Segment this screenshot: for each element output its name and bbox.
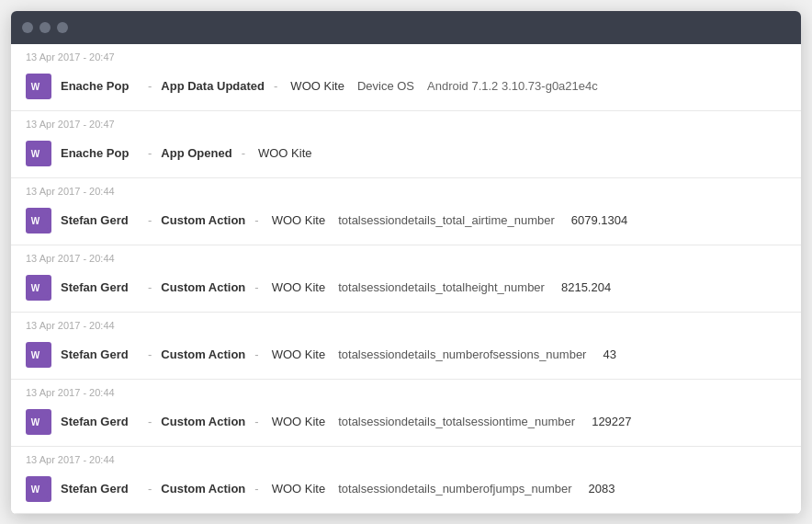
event-timestamp: 13 Apr 2017 - 20:44 xyxy=(11,447,801,469)
event-list: 13 Apr 2017 - 20:47 W Enache Pop-App Dat… xyxy=(11,44,801,514)
event-action: Custom Action xyxy=(161,347,245,361)
event-group: 13 Apr 2017 - 20:44 W Stefan Gerd-Custom… xyxy=(11,178,801,245)
event-timestamp: 13 Apr 2017 - 20:44 xyxy=(11,380,801,402)
woo-icon: W xyxy=(26,74,51,99)
svg-text:W: W xyxy=(31,417,40,427)
separator-1: - xyxy=(148,280,152,294)
event-value: 8215.204 xyxy=(561,280,611,294)
main-window: 13 Apr 2017 - 20:47 W Enache Pop-App Dat… xyxy=(11,11,801,514)
event-action: App Data Updated xyxy=(161,79,265,93)
event-timestamp: 13 Apr 2017 - 20:44 xyxy=(11,245,801,268)
event-app: WOO Kite xyxy=(272,213,326,227)
separator-2: - xyxy=(254,213,258,227)
event-timestamp: 13 Apr 2017 - 20:47 xyxy=(11,44,801,66)
titlebar-dot-2 xyxy=(39,22,51,33)
event-timestamp: 13 Apr 2017 - 20:47 xyxy=(11,111,801,133)
table-row: W Stefan Gerd-Custom Action-WOO Kitetota… xyxy=(11,469,801,513)
event-timestamp: 13 Apr 2017 - 20:44 xyxy=(11,313,801,335)
event-app: WOO Kite xyxy=(290,79,344,93)
table-row: W Stefan Gerd-Custom Action-WOO Kitetota… xyxy=(11,268,801,312)
table-row: W Enache Pop-App Data Updated-WOO KiteDe… xyxy=(11,66,801,110)
svg-text:W: W xyxy=(31,283,40,293)
event-value: 43 xyxy=(603,347,615,361)
event-user: Stefan Gerd xyxy=(61,347,139,361)
woo-icon: W xyxy=(26,409,51,435)
woo-icon: W xyxy=(26,342,51,368)
event-detail: totalsessiondetails_numberofsessions_num… xyxy=(338,347,586,361)
separator-2: - xyxy=(254,347,258,361)
event-app: WOO Kite xyxy=(272,482,326,496)
event-detail: totalsessiondetails_total_airtime_number xyxy=(338,213,555,227)
event-group: 13 Apr 2017 - 20:44 W Stefan Gerd-Custom… xyxy=(11,245,801,313)
woo-icon: W xyxy=(26,141,51,166)
event-app: WOO Kite xyxy=(272,415,326,428)
event-detail: totalsessiondetails_numberofjumps_number xyxy=(338,482,571,496)
event-extra: Android 7.1.2 3.10.73-g0a21e4c xyxy=(427,79,598,93)
event-action: Custom Action xyxy=(161,415,245,428)
woo-icon: W xyxy=(26,208,51,234)
event-detail: totalsessiondetails_totalsessiontime_num… xyxy=(338,415,575,428)
separator-2: - xyxy=(254,482,258,496)
separator-2: - xyxy=(254,280,258,294)
event-value: 2083 xyxy=(589,482,615,496)
table-row: W Stefan Gerd-Custom Action-WOO Kitetota… xyxy=(11,402,801,446)
table-row: W Stefan Gerd-Custom Action-WOO Kitetota… xyxy=(11,200,801,245)
event-user: Stefan Gerd xyxy=(61,280,139,294)
event-user: Stefan Gerd xyxy=(61,482,139,496)
event-user: Enache Pop xyxy=(61,79,139,93)
event-detail: Device OS xyxy=(357,79,414,93)
table-row: W Enache Pop-App Opened-WOO Kite xyxy=(11,133,801,177)
event-app: WOO Kite xyxy=(272,280,326,294)
titlebar xyxy=(11,11,801,44)
event-detail: totalsessiondetails_totalheight_number xyxy=(338,280,545,294)
separator-2: - xyxy=(254,415,258,428)
table-row: W Stefan Gerd-Custom Action-WOO Kitetota… xyxy=(11,335,801,379)
svg-text:W: W xyxy=(31,216,40,226)
event-group: 13 Apr 2017 - 20:47 W Enache Pop-App Dat… xyxy=(11,44,801,111)
event-app: WOO Kite xyxy=(258,146,312,160)
event-action: Custom Action xyxy=(161,213,245,227)
separator-1: - xyxy=(148,146,152,160)
event-group: 13 Apr 2017 - 20:44 W Stefan Gerd-Custom… xyxy=(11,380,801,447)
event-action: Custom Action xyxy=(161,482,245,496)
event-action: App Opened xyxy=(161,146,231,160)
event-timestamp: 13 Apr 2017 - 20:44 xyxy=(11,178,801,200)
separator-1: - xyxy=(148,482,152,496)
event-action: Custom Action xyxy=(161,280,245,294)
svg-text:W: W xyxy=(31,82,40,92)
separator-1: - xyxy=(148,79,152,93)
event-value: 6079.1304 xyxy=(571,213,627,227)
event-app: WOO Kite xyxy=(272,347,326,361)
svg-text:W: W xyxy=(31,350,40,360)
event-user: Enache Pop xyxy=(61,146,139,160)
event-value: 129227 xyxy=(592,415,631,428)
woo-icon: W xyxy=(26,476,51,502)
event-user: Stefan Gerd xyxy=(61,415,139,428)
titlebar-dot-1 xyxy=(22,22,33,33)
event-user: Stefan Gerd xyxy=(61,213,139,227)
titlebar-dot-3 xyxy=(57,22,68,33)
woo-icon: W xyxy=(26,275,51,301)
event-group: 13 Apr 2017 - 20:47 W Enache Pop-App Ope… xyxy=(11,111,801,178)
separator-1: - xyxy=(148,415,152,428)
event-group: 13 Apr 2017 - 20:44 W Stefan Gerd-Custom… xyxy=(11,313,801,380)
separator-2: - xyxy=(242,146,245,160)
svg-text:W: W xyxy=(31,149,40,159)
event-group: 13 Apr 2017 - 20:44 W Stefan Gerd-Custom… xyxy=(11,447,801,514)
svg-text:W: W xyxy=(31,484,40,495)
separator-1: - xyxy=(148,213,152,227)
separator-2: - xyxy=(274,79,277,93)
separator-1: - xyxy=(148,347,152,361)
